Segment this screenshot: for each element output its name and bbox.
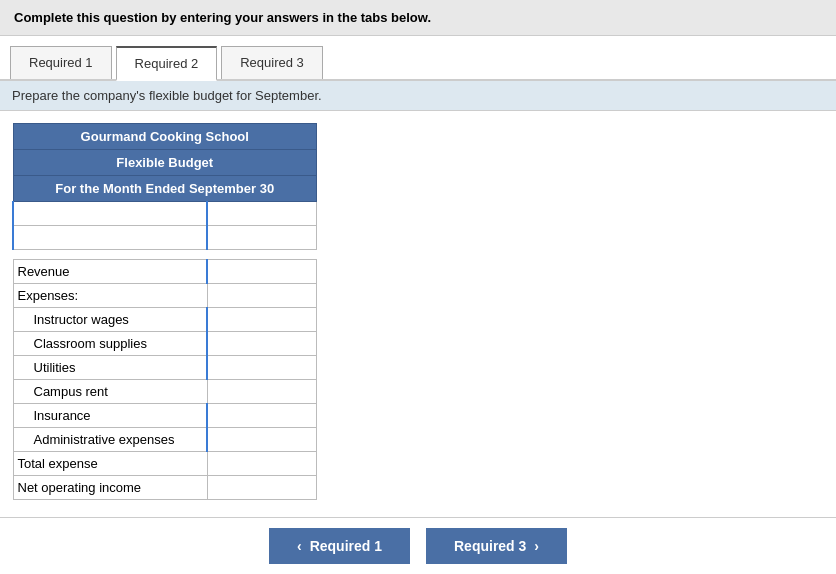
utilities-input[interactable] xyxy=(207,356,316,380)
insurance-field[interactable] xyxy=(212,407,312,424)
next-button[interactable]: Required 3 › xyxy=(426,528,567,564)
next-label: Required 3 xyxy=(454,538,526,554)
table-row xyxy=(13,202,317,226)
next-icon: › xyxy=(534,538,539,554)
revenue-input[interactable] xyxy=(207,260,316,284)
utilities-label: Utilities xyxy=(13,356,207,380)
table-header-company: Gourmand Cooking School xyxy=(13,124,317,150)
tabs-container: Required 1 Required 2 Required 3 xyxy=(0,36,836,81)
net-income-label: Net operating income xyxy=(13,476,207,500)
classroom-supplies-field[interactable] xyxy=(212,335,312,352)
table-row-total-expense: Total expense xyxy=(13,452,317,476)
revenue-label: Revenue xyxy=(13,260,207,284)
table-row xyxy=(13,226,317,250)
table-row-classroom-supplies: Classroom supplies xyxy=(13,332,317,356)
table-row-insurance: Insurance xyxy=(13,404,317,428)
instructor-wages-label: Instructor wages xyxy=(13,308,207,332)
col-header-input-2[interactable] xyxy=(207,202,316,226)
col-header-input-1[interactable] xyxy=(13,202,207,226)
col-header-field-1[interactable] xyxy=(18,205,202,222)
budget-type: Flexible Budget xyxy=(13,150,317,176)
budget-table: Gourmand Cooking School Flexible Budget … xyxy=(12,123,317,500)
spacer-row xyxy=(13,250,317,260)
prev-label: Required 1 xyxy=(310,538,382,554)
admin-expenses-label: Administrative expenses xyxy=(13,428,207,452)
col-header-field-2[interactable] xyxy=(212,205,312,222)
bottom-navigation: ‹ Required 1 Required 3 › xyxy=(0,517,836,574)
admin-expenses-field[interactable] xyxy=(212,431,312,448)
table-header-period: For the Month Ended September 30 xyxy=(13,176,317,202)
prev-button[interactable]: ‹ Required 1 xyxy=(269,528,410,564)
period: For the Month Ended September 30 xyxy=(13,176,317,202)
total-expense-label: Total expense xyxy=(13,452,207,476)
instructor-wages-field[interactable] xyxy=(212,311,312,328)
subheader-input-2[interactable] xyxy=(207,226,316,250)
subheader-field-2[interactable] xyxy=(212,229,312,246)
table-header-budget: Flexible Budget xyxy=(13,150,317,176)
utilities-field[interactable] xyxy=(212,359,312,376)
table-row-campus-rent: Campus rent xyxy=(13,380,317,404)
table-row-revenue: Revenue xyxy=(13,260,317,284)
prev-icon: ‹ xyxy=(297,538,302,554)
table-row-instructor-wages: Instructor wages xyxy=(13,308,317,332)
section-instruction: Prepare the company's flexible budget fo… xyxy=(0,81,836,111)
table-row-net-income: Net operating income xyxy=(13,476,317,500)
expenses-label: Expenses: xyxy=(13,284,207,308)
classroom-supplies-input[interactable] xyxy=(207,332,316,356)
revenue-field[interactable] xyxy=(212,263,312,280)
table-row-expenses-header: Expenses: xyxy=(13,284,317,308)
insurance-input[interactable] xyxy=(207,404,316,428)
company-name: Gourmand Cooking School xyxy=(13,124,317,150)
table-row-utilities: Utilities xyxy=(13,356,317,380)
admin-expenses-input[interactable] xyxy=(207,428,316,452)
tab-required1[interactable]: Required 1 xyxy=(10,46,112,79)
subheader-field-1[interactable] xyxy=(18,229,202,246)
insurance-label: Insurance xyxy=(13,404,207,428)
subheader-input-1[interactable] xyxy=(13,226,207,250)
instruction-text: Complete this question by entering your … xyxy=(0,0,836,36)
tab-required2[interactable]: Required 2 xyxy=(116,46,218,81)
main-content: Gourmand Cooking School Flexible Budget … xyxy=(0,111,836,560)
classroom-supplies-label: Classroom supplies xyxy=(13,332,207,356)
campus-rent-label: Campus rent xyxy=(13,380,207,404)
table-row-admin-expenses: Administrative expenses xyxy=(13,428,317,452)
tab-required3[interactable]: Required 3 xyxy=(221,46,323,79)
instructor-wages-input[interactable] xyxy=(207,308,316,332)
